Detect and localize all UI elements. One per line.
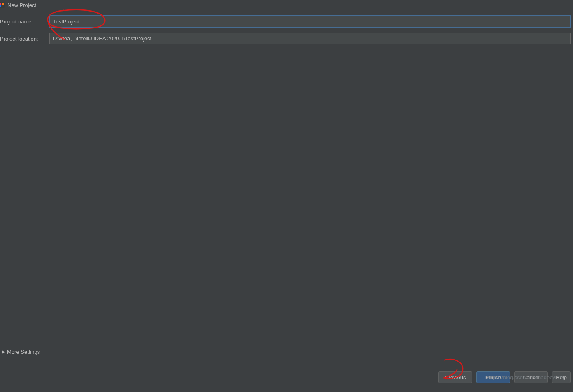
finish-button[interactable]: Finish: [476, 371, 510, 383]
titlebar: New Project: [0, 0, 573, 10]
svg-rect-1: [0, 3, 1, 5]
project-name-row: Project name:: [0, 16, 573, 27]
more-settings-label: More Settings: [7, 349, 40, 355]
svg-rect-3: [2, 3, 4, 5]
button-bar: Previous Finish Cancel Help: [438, 371, 573, 383]
separator: [0, 363, 573, 363]
window-title: New Project: [7, 2, 36, 8]
intellij-app-icon: [0, 2, 5, 8]
project-location-input[interactable]: [49, 33, 571, 44]
project-name-input[interactable]: [49, 16, 571, 27]
cancel-button[interactable]: Cancel: [514, 371, 548, 383]
chevron-right-icon: [2, 350, 5, 354]
project-name-label: Project name:: [0, 18, 49, 25]
svg-rect-2: [0, 5, 1, 7]
help-button[interactable]: Help: [552, 371, 571, 383]
previous-button[interactable]: Previous: [438, 371, 472, 383]
form-area: Project name: Project location:: [0, 10, 573, 44]
more-settings-expander[interactable]: More Settings: [0, 349, 40, 355]
project-location-label: Project location:: [0, 36, 49, 42]
project-location-row: Project location:: [0, 33, 573, 44]
